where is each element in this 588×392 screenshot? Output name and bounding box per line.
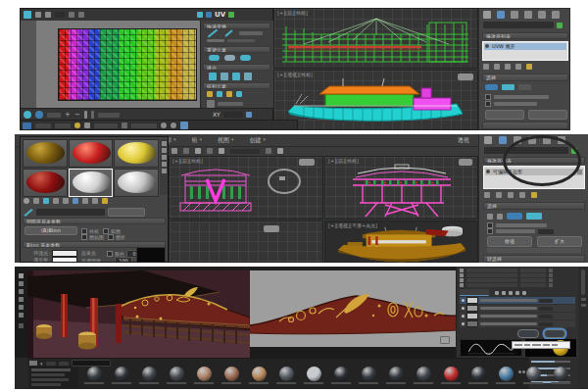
material-slot[interactable]: [114, 169, 159, 197]
background-icon[interactable]: [162, 155, 167, 160]
shelf-material[interactable]: [494, 367, 517, 384]
relax-tool-icon[interactable]: [209, 55, 220, 61]
layer-visibility-icon[interactable]: [462, 307, 465, 310]
layer-opacity-bar[interactable]: [539, 299, 553, 303]
mirror-icon[interactable]: [78, 12, 84, 18]
show-end-result-icon[interactable]: [494, 64, 500, 70]
shelf-material[interactable]: [274, 367, 298, 384]
smudge-icon[interactable]: [19, 305, 24, 310]
reset-view-icon[interactable]: [440, 336, 450, 344]
shelf-caret-icon[interactable]: ▾: [40, 361, 43, 367]
polygon-mode-button[interactable]: [507, 213, 522, 220]
add-mask-icon[interactable]: [509, 291, 513, 295]
reset-map-icon[interactable]: [53, 198, 59, 204]
shrink-button[interactable]: [528, 110, 567, 120]
show-map-icon[interactable]: [73, 198, 78, 204]
checkbox[interactable]: [485, 94, 491, 100]
viewport-3d-paint[interactable]: [27, 270, 250, 358]
shelf-material[interactable]: [220, 367, 243, 384]
maxscript-icon[interactable]: [23, 122, 31, 129]
grow-button[interactable]: [485, 110, 524, 120]
uv-rollout-header[interactable]: 重塑元素: [203, 46, 270, 53]
stack-bulb-icon[interactable]: [485, 44, 489, 48]
shelf-material[interactable]: [412, 367, 435, 384]
channel-row[interactable]: [460, 269, 553, 272]
rotate-pack-icon[interactable]: [226, 91, 232, 97]
channel-row[interactable]: [460, 273, 553, 277]
uv-rollout-header[interactable]: 缝合: [203, 64, 270, 71]
select-icon[interactable]: [172, 148, 177, 154]
layer-visibility-icon[interactable]: [462, 315, 465, 318]
material-slot[interactable]: [23, 139, 68, 168]
pelt-tool-icon[interactable]: [240, 55, 251, 61]
scale-tool-icon[interactable]: [219, 148, 224, 154]
shelf-material[interactable]: [384, 367, 408, 384]
stitch-icon[interactable]: [209, 73, 217, 80]
move-icon[interactable]: [24, 11, 31, 19]
layer-opacity-bar[interactable]: [539, 307, 553, 311]
shelf-material[interactable]: [165, 367, 188, 384]
make-unique-icon[interactable]: [63, 198, 69, 204]
channel-row[interactable]: [460, 283, 553, 287]
twosided-checkbox[interactable]: 双面: [103, 228, 121, 234]
viewport-front-wireframe[interactable]: [+][前][线框]: [273, 8, 478, 69]
clone-icon[interactable]: [19, 313, 24, 318]
preset-item[interactable]: [31, 368, 71, 371]
tab-motion-icon[interactable]: [524, 11, 532, 19]
by-angle-checkbox[interactable]: [487, 228, 493, 234]
tab-create-icon[interactable]: [484, 136, 492, 144]
viewport-perspective-wireframe[interactable]: [+][透视][线框]: [273, 70, 478, 130]
selfillum-checkbox[interactable]: [107, 251, 113, 257]
layer-opacity-bar[interactable]: [539, 322, 553, 326]
edge-icon[interactable]: [497, 214, 503, 220]
shelf-material[interactable]: [466, 367, 490, 384]
menu-item[interactable]: 视图▾: [218, 136, 234, 143]
stack-bulb-icon[interactable]: [486, 170, 490, 173]
falloff-icon[interactable]: [35, 111, 43, 119]
tab-utilities-icon[interactable]: [552, 11, 560, 19]
delete-layer-icon[interactable]: [522, 291, 526, 295]
shelf-material[interactable]: [247, 367, 270, 384]
move-tool-icon[interactable]: [195, 148, 201, 154]
material-slot[interactable]: [114, 139, 159, 168]
grid-snap-icon[interactable]: [197, 12, 203, 18]
material-slot[interactable]: [23, 169, 68, 197]
shelf-material[interactable]: [329, 367, 353, 384]
zoom-icon[interactable]: [171, 122, 176, 128]
tab-hierarchy-icon[interactable]: [511, 11, 518, 19]
diffuse-color-swatch[interactable]: [52, 257, 77, 263]
shelf-search-input[interactable]: [72, 360, 111, 367]
viewport-top-right[interactable]: [+][前][线框]: [324, 156, 478, 220]
scale-icon[interactable]: [45, 12, 51, 18]
ambient-color-swatch[interactable]: [52, 250, 77, 257]
uv-island-mosaic[interactable]: [58, 28, 197, 101]
viewport-top-left[interactable]: [+][前][线框]: [169, 156, 323, 220]
grow-button[interactable]: 扩大: [537, 236, 582, 247]
edge-mode-button[interactable]: [502, 84, 514, 90]
panel-scrollbar[interactable]: [578, 267, 588, 389]
facemap-checkbox[interactable]: 面贴图: [81, 234, 104, 240]
layer-opacity-bar[interactable]: [539, 315, 553, 318]
group-icon[interactable]: [236, 91, 242, 97]
object-name-field[interactable]: [483, 22, 554, 28]
stack-entry[interactable]: UVW 展开: [484, 43, 566, 50]
projection-icon[interactable]: [19, 289, 24, 294]
selection-rollout-header[interactable]: 选择: [483, 202, 585, 210]
weld-icon[interactable]: [232, 73, 240, 80]
shader-type-dropdown[interactable]: (B)Blinn: [24, 226, 77, 235]
viewport-nav-button[interactable]: [299, 159, 315, 166]
rescale-icon[interactable]: [217, 91, 222, 97]
preset-item[interactable]: [31, 373, 65, 376]
viewport-nav-button[interactable]: [264, 225, 279, 232]
add-folder-icon[interactable]: [502, 291, 506, 295]
configure-icon[interactable]: [526, 64, 532, 70]
freeform-icon[interactable]: [69, 12, 74, 18]
maximize-viewport-icon[interactable]: [180, 122, 188, 129]
get-material-icon[interactable]: [24, 198, 29, 204]
texture-list-icon[interactable]: [228, 12, 234, 18]
scroll-thumb[interactable]: [581, 270, 585, 295]
layer-visibility-icon[interactable]: [462, 322, 465, 325]
go-sibling-icon[interactable]: [92, 198, 98, 204]
add-effect-icon[interactable]: [515, 291, 519, 295]
vertex-mode-button[interactable]: [485, 84, 498, 90]
